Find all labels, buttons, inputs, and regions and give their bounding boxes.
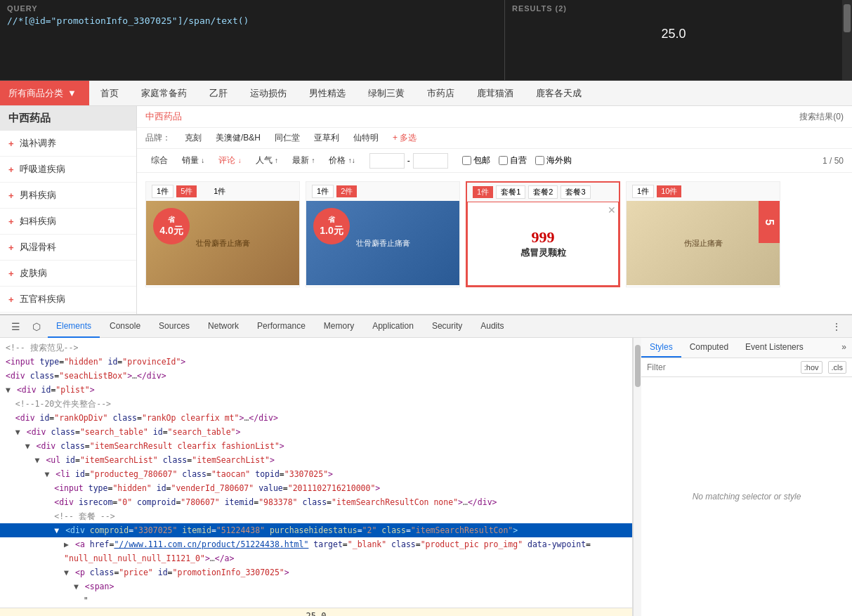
nav-item-pharmacy[interactable]: 市药店 — [416, 81, 466, 105]
sidebar-item-label: 妇科疾病 — [20, 215, 56, 228]
nav-item-deer[interactable]: 鹿茸猫酒 — [466, 81, 525, 105]
results-section: RESULTS (2) 25.0 — [505, 0, 842, 80]
tab-network[interactable]: Network — [199, 315, 247, 338]
checkbox-free-shipping[interactable]: 包邮 — [462, 155, 490, 166]
top-navigation: 所有商品分类 ▼ 首页 家庭常备药 乙肝 运动损伤 男性精选 绿制三黄 市药店 … — [0, 81, 852, 106]
close-icon[interactable]: ✕ — [608, 204, 616, 216]
price-min-input[interactable] — [369, 153, 405, 169]
plus-icon: + — [8, 164, 14, 175]
qty-1b[interactable]: 1件 — [214, 186, 225, 197]
filter-cls-button[interactable]: .cls — [828, 361, 847, 374]
qty-2[interactable]: 2件 — [336, 185, 357, 197]
html-line: <div id="rankOpDiv" class="rankOp clearf… — [0, 411, 632, 425]
nav-item-sports[interactable]: 运动损伤 — [239, 81, 298, 105]
product-card[interactable]: 1件 2件 壮骨麝香止痛膏 省 1.0元 — [306, 181, 460, 287]
nav-item-medicine[interactable]: 家庭常备药 — [130, 81, 198, 105]
sidebar-item-men-disease[interactable]: + 男科疾病 — [0, 183, 136, 209]
html-panel-scrollbar[interactable] — [633, 338, 641, 616]
tab-computed[interactable]: Computed — [681, 338, 737, 358]
product-card[interactable]: 1件 5件 1件 壮骨麝香止痛膏 省 4.0元 — [145, 181, 300, 287]
sort-price[interactable]: 价格 ↑↓ — [323, 152, 360, 169]
nav-item-heaven[interactable]: 鹿客各天成 — [525, 81, 593, 105]
qty-set3[interactable]: 套餐3 — [561, 185, 590, 199]
brand-label: 品牌： — [145, 132, 171, 144]
qty-1[interactable]: 1件 — [152, 185, 173, 198]
promo-tag: 5 — [759, 201, 780, 243]
tab-event-listeners[interactable]: Event Listeners — [737, 338, 812, 358]
html-line: <!-- 搜索范见--> — [0, 341, 632, 355]
nav-item-men[interactable]: 男性精选 — [298, 81, 357, 105]
devtools-panel: ☰ ⬡ Elements Console Sources Network Per… — [0, 314, 852, 616]
brand-more[interactable]: + 多选 — [393, 132, 417, 144]
qty-5[interactable]: 5件 — [176, 185, 197, 197]
page-info: 1 / 50 — [822, 156, 844, 166]
tab-application[interactable]: Application — [364, 315, 422, 338]
sidebar-item-respiratory[interactable]: + 呼吸道疾病 — [0, 157, 136, 183]
qty-set1[interactable]: 套餐1 — [496, 185, 525, 199]
brand-keke[interactable]: 克刻 — [185, 132, 202, 144]
tab-audits[interactable]: Audits — [472, 315, 512, 338]
brand-mah[interactable]: 美澳健/B&H — [216, 132, 261, 144]
sidebar-item-supplement[interactable]: + 滋补调养 — [0, 131, 136, 157]
nav-item-hepatitis[interactable]: 乙肝 — [198, 81, 239, 105]
tab-memory[interactable]: Memory — [315, 315, 362, 338]
sidebar-item-ent[interactable]: + 五官科疾病 — [0, 287, 136, 313]
product-image-wrapper: 伤湿止痛膏 5 — [627, 201, 780, 285]
query-label: QUERY — [7, 4, 497, 13]
sort-popular[interactable]: 人气 ↑ — [250, 152, 284, 169]
brand-xian[interactable]: 仙特明 — [353, 132, 379, 144]
savings-amount: 1.0元 — [320, 225, 343, 237]
qty-set2[interactable]: 套餐2 — [528, 185, 558, 199]
sort-reviews[interactable]: 评论 ↓ — [213, 152, 247, 169]
query-scrollbar[interactable] — [842, 0, 852, 80]
html-panel[interactable]: <!-- 搜索范见--> <input type="hidden" id="pr… — [0, 338, 633, 616]
product-image-wrapper: 壮骨麝香止痛膏 省 1.0元 — [306, 201, 459, 285]
nav-item-home[interactable]: 首页 — [89, 81, 130, 105]
filter-hov-button[interactable]: :hov — [801, 361, 822, 374]
sidebar-item-label: 皮肤病 — [20, 267, 47, 280]
html-line: <input type="hidden" id="provinceId"> — [0, 355, 632, 369]
brand-ya[interactable]: 亚草利 — [314, 132, 339, 144]
qty-1[interactable]: 1件 — [632, 185, 654, 198]
styles-more-icon[interactable]: » — [836, 338, 852, 358]
nav-item-green[interactable]: 绿制三黄 — [357, 81, 416, 105]
sidebar-item-rheumatology[interactable]: + 风湿骨科 — [0, 235, 136, 261]
product-card-selected[interactable]: 1件 套餐1 套餐2 套餐3 999 感冒灵颗粒 ✕ — [466, 181, 620, 287]
tab-styles[interactable]: Styles — [641, 338, 681, 358]
sidebar-item-gynecology[interactable]: + 妇科疾病 — [0, 209, 136, 235]
sort-sales[interactable]: 销量 ↓ — [176, 152, 210, 169]
product-image-wrapper: 999 感冒灵颗粒 ✕ — [467, 202, 619, 286]
devtools-inspect-icon[interactable]: ⬡ — [27, 317, 46, 336]
search-result-count: 搜索结果(0) — [799, 111, 844, 123]
qty-1[interactable]: 1件 — [473, 186, 493, 198]
brand-trt[interactable]: 同仁堂 — [275, 132, 300, 144]
styles-filter-input[interactable] — [647, 362, 795, 372]
tab-sources[interactable]: Sources — [150, 315, 198, 338]
html-line: " — [0, 594, 632, 608]
sidebar-item-skin[interactable]: + 皮肤病 — [0, 261, 136, 287]
sort-comprehensive[interactable]: 综合 — [145, 152, 173, 169]
html-line: ▼ <ul id="itemSearchList" class="itemSea… — [0, 453, 632, 467]
sidebar-item-label: 呼吸道疾病 — [20, 163, 65, 176]
tab-performance[interactable]: Performance — [249, 315, 314, 338]
sidebar-item-label: 滋补调养 — [20, 137, 56, 150]
checkbox-overseas[interactable]: 海外购 — [535, 155, 572, 166]
price-max-input[interactable] — [413, 153, 448, 169]
sort-bar: 综合 销量 ↓ 评论 ↓ 人气 ↑ 最新 ↑ 价格 ↑↓ - 包邮 自营 海外购 — [137, 149, 852, 173]
tab-elements[interactable]: Elements — [48, 315, 100, 338]
sort-new[interactable]: 最新 ↑ — [287, 152, 320, 169]
product-card[interactable]: 1件 10件 伤湿止痛膏 5 — [626, 181, 780, 287]
tab-console[interactable]: Console — [101, 315, 149, 338]
plus-icon: + — [8, 190, 14, 201]
plus-icon: + — [8, 294, 14, 305]
qty-10[interactable]: 10件 — [657, 185, 681, 197]
tab-security[interactable]: Security — [424, 315, 471, 338]
styles-tabs: Styles Computed Event Listeners » — [641, 338, 852, 358]
qty-1[interactable]: 1件 — [312, 185, 334, 198]
devtools-toggle-icon[interactable]: ☰ — [6, 317, 25, 336]
category-dropdown[interactable]: 所有商品分类 ▼ — [0, 81, 89, 105]
devtools-more-icon[interactable]: ⋮ — [827, 317, 846, 336]
html-line: ▼ <p class="price" id="promotionInfo_330… — [0, 565, 632, 579]
checkbox-self-operated[interactable]: 自营 — [499, 155, 527, 166]
html-line: "null_null_null_null_I1121_0">…</a> — [0, 551, 632, 565]
